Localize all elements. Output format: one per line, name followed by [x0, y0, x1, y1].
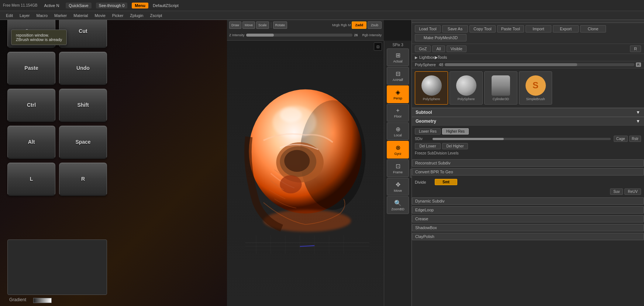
menu-marker[interactable]: Marker: [51, 13, 70, 18]
menu-picker[interactable]: Picker: [109, 13, 127, 18]
divide-label: Divide: [415, 180, 433, 184]
copy-tool-button[interactable]: Copy Tool: [469, 25, 496, 33]
undo-button[interactable]: Undo: [59, 52, 107, 85]
convert-bpr-button[interactable]: Convert BPR To Geo: [412, 168, 644, 176]
polysphere-r-badge[interactable]: R: [636, 62, 641, 67]
persp-icon: ◈: [396, 89, 400, 96]
simplebrush-thumb-shape: S: [526, 75, 546, 96]
see-through-button[interactable]: See-through 0: [96, 3, 128, 8]
goz-button[interactable]: GoZ: [415, 45, 431, 52]
menu-edit[interactable]: Edit: [3, 13, 16, 18]
visible-button[interactable]: Visible: [447, 45, 466, 52]
viewport-maximize-button[interactable]: ⊡: [374, 42, 382, 51]
zsub-button[interactable]: Zsub: [368, 21, 382, 29]
move-mode-btn[interactable]: Move: [242, 21, 255, 29]
cylinder3d-thumb[interactable]: Cylinder3D: [484, 71, 517, 105]
viewport[interactable]: ⊡: [227, 41, 384, 306]
save-as-button[interactable]: Save As: [442, 25, 468, 33]
key-row-4: Alt Space: [7, 126, 221, 159]
z-intensity-slider[interactable]: [246, 34, 353, 37]
tool-actions-row: Load Tool Save As Copy Tool Paste Tool I…: [412, 23, 644, 44]
polysphere-thumb-label-2: PolySphere: [458, 97, 475, 101]
suv-button[interactable]: Suv: [610, 188, 623, 195]
shadowbox-button[interactable]: ShadowBox: [412, 224, 644, 231]
del-lower-button[interactable]: Del Lower: [415, 143, 441, 149]
frame-label: Frame: [393, 170, 403, 174]
zoombd-icon: 🔍: [394, 200, 402, 207]
export-button[interactable]: Export: [553, 25, 579, 33]
polysphere-thumb-2[interactable]: PolySphere: [450, 71, 483, 105]
tool-thumbnails: PolySphere PolySphere Cylinder3D S Simpl…: [412, 68, 644, 108]
tooltip-line1: reposition window.: [16, 33, 62, 37]
z-intensity-label: Z Intensity: [229, 33, 245, 37]
menu-material[interactable]: Material: [70, 13, 91, 18]
edgeloop-button[interactable]: EdgeLoop: [412, 206, 644, 214]
free-mem-label: Free Mem 11.154GB: [3, 3, 37, 7]
local-button[interactable]: ⊕ Local: [387, 122, 409, 140]
right-strip: SPix 3 ⊞ Actual ⊟ AAHalf ◈ Persp + Floor…: [384, 41, 411, 306]
z-intensity-value: 26: [354, 33, 358, 37]
lightbox-tools-label[interactable]: Lightbox▶Tools: [419, 55, 447, 60]
menu-zplugin[interactable]: Zplugin: [127, 13, 146, 18]
scale-mode-btn[interactable]: Scale: [256, 21, 269, 29]
l-button[interactable]: L: [7, 163, 55, 196]
shift-button[interactable]: Shift: [59, 89, 107, 122]
cage-button[interactable]: Cage: [614, 136, 628, 142]
zoombd-button[interactable]: 🔍 ZoomBD: [387, 196, 409, 214]
crease-button[interactable]: Crease: [412, 215, 644, 222]
menu-layer[interactable]: Layer: [17, 13, 33, 18]
higher-res-button[interactable]: Higher Res: [442, 128, 469, 135]
menu-button[interactable]: Menu: [132, 3, 148, 8]
import-button[interactable]: Import: [526, 25, 551, 33]
ctrl-button[interactable]: Ctrl: [7, 89, 55, 122]
smt-button[interactable]: Smt: [435, 179, 457, 185]
claypolish-button[interactable]: ClayPolish: [412, 233, 644, 240]
draw-mode-btn[interactable]: Draw: [229, 21, 241, 29]
reuv-button[interactable]: ReUV: [624, 188, 641, 195]
rotate-mode-btn[interactable]: Rotate: [273, 21, 287, 29]
simplebrush-thumb[interactable]: S SimpleBrush: [519, 71, 552, 105]
geometry-header[interactable]: Geometry ▼: [412, 117, 644, 126]
polysphere-thumb-1[interactable]: PolySphere: [415, 71, 448, 105]
space-button[interactable]: Space: [59, 126, 107, 159]
gyrz-button[interactable]: ⊗ Gyrz: [387, 141, 409, 159]
polysphere-value: 48: [439, 62, 443, 67]
gradient-swatch[interactable]: [33, 298, 52, 303]
polysphere-slider[interactable]: [445, 63, 634, 66]
zadd-button[interactable]: Zadd: [352, 21, 366, 29]
make-polymesh3d-button[interactable]: Make PolyMesh3D: [415, 34, 466, 41]
menu-macro[interactable]: Macro: [34, 13, 51, 18]
bottom-left-panel: [7, 239, 107, 295]
alt-button[interactable]: Alt: [7, 126, 55, 159]
visible-r-button[interactable]: R: [630, 45, 641, 52]
paste-tool-button[interactable]: Paste Tool: [497, 25, 524, 33]
subtool-label: Subtool: [416, 110, 432, 115]
subtool-header[interactable]: Subtool ▼: [412, 108, 644, 117]
lightbox-expand-icon: ▶: [415, 55, 418, 59]
frame-button[interactable]: ⊡ Frame: [387, 159, 409, 177]
floor-button[interactable]: + Floor: [387, 104, 409, 122]
rstr-button[interactable]: Rstr: [629, 136, 641, 142]
r-button[interactable]: R: [59, 163, 107, 196]
menu-movie[interactable]: Movie: [92, 13, 108, 18]
aahalf-button[interactable]: ⊟ AAHalf: [387, 67, 409, 85]
actual-button[interactable]: ⊞ Actual: [387, 48, 409, 66]
all-button[interactable]: All: [432, 45, 445, 52]
svg-point-16: [280, 175, 302, 193]
reconstruct-subdiv-button[interactable]: Reconstruct Subdiv: [412, 159, 644, 167]
persp-button[interactable]: ◈ Persp: [387, 85, 409, 103]
lower-res-button[interactable]: Lower Res: [415, 128, 441, 135]
del-higher-button[interactable]: Del Higher: [442, 143, 468, 149]
polysphere-thumb-sphere-2: [456, 75, 476, 96]
paste-button[interactable]: Paste: [7, 52, 55, 85]
quicksave-button[interactable]: QuickSave: [66, 3, 91, 8]
load-tool-button[interactable]: Load Tool: [415, 25, 441, 33]
svg-line-10: [300, 246, 315, 246]
sdiv-slider[interactable]: [433, 138, 611, 140]
dynamic-subdiv-button[interactable]: Dynamic Subdiv: [412, 197, 644, 205]
active-n-label: Active N: [42, 3, 61, 8]
clone-button[interactable]: Clone: [580, 25, 606, 33]
res-row: Lower Res Higher Res: [415, 128, 641, 135]
move-strip-button[interactable]: ✥ Move: [387, 178, 409, 196]
menu-zscript[interactable]: Zscript: [147, 13, 165, 18]
